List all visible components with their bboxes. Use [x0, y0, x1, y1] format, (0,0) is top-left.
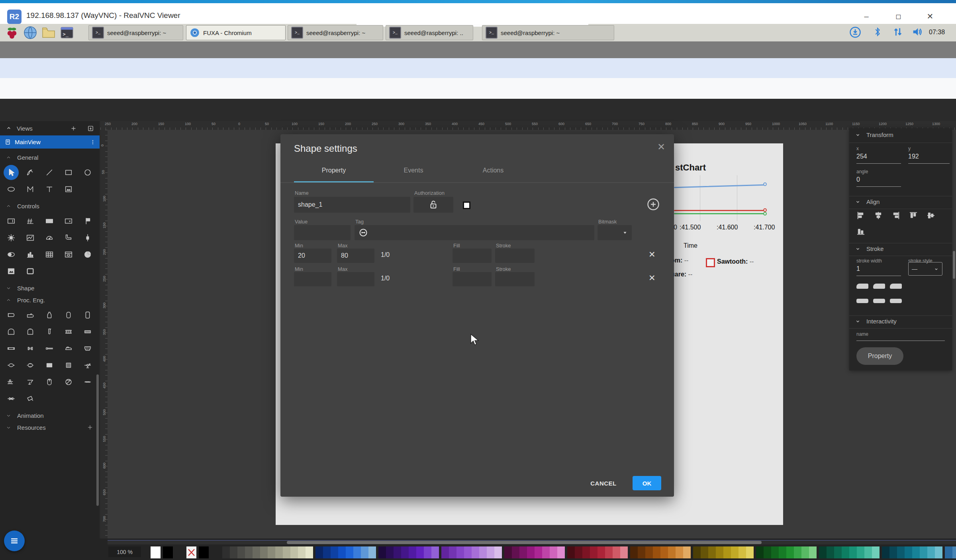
align-section-header[interactable]: Align [855, 198, 880, 205]
cap-square-button[interactable] [890, 299, 902, 303]
vnc-close-button[interactable]: ✕ [924, 10, 936, 22]
color-swatch[interactable] [237, 546, 245, 558]
tool-funnel-icon[interactable] [21, 374, 40, 390]
color-swatch[interactable] [424, 546, 431, 558]
transform-section-header[interactable]: Transform [855, 131, 893, 138]
current-colors-swatch-alt[interactable] [163, 546, 173, 558]
angle-input[interactable]: 0 [856, 176, 860, 183]
color-swatch[interactable] [809, 546, 817, 558]
section-header-general[interactable]: General [0, 151, 100, 163]
color-swatch[interactable] [222, 546, 230, 558]
tool-heat-exchanger-icon[interactable] [59, 323, 78, 340]
color-swatch[interactable] [693, 546, 701, 558]
color-swatch[interactable] [557, 546, 565, 558]
color-swatch[interactable] [253, 546, 260, 558]
tool-switch-icon[interactable] [2, 246, 21, 263]
color-swatch[interactable] [338, 546, 346, 558]
tool-image-icon[interactable] [59, 181, 78, 198]
tool-line-chart-icon[interactable] [21, 229, 40, 246]
min-input[interactable]: 20 [294, 249, 331, 263]
tool-vertical-tank-icon[interactable] [59, 307, 78, 323]
color-swatch[interactable] [834, 546, 842, 558]
section-header-shape[interactable]: Shape [0, 282, 100, 294]
file-manager-icon[interactable] [41, 25, 56, 40]
color-swatch[interactable] [575, 546, 582, 558]
editor-menu-button[interactable] [4, 531, 25, 551]
color-swatch[interactable] [857, 546, 864, 558]
fill-input[interactable] [453, 272, 492, 286]
tool-grid-filter-icon[interactable] [59, 357, 78, 374]
import-view-icon[interactable] [87, 125, 94, 132]
color-swatch[interactable] [504, 546, 512, 558]
stroke-input[interactable] [495, 249, 535, 263]
ok-button[interactable]: OK [633, 476, 661, 490]
tool-bezier-icon[interactable] [21, 181, 40, 198]
color-swatch[interactable] [230, 546, 237, 558]
color-swatch[interactable] [912, 546, 920, 558]
color-swatch[interactable] [519, 546, 527, 558]
color-swatch[interactable] [723, 546, 731, 558]
color-swatch[interactable] [794, 546, 801, 558]
link-tag-icon[interactable] [358, 228, 368, 237]
updates-icon[interactable] [849, 26, 861, 38]
no-color-swatch-alt[interactable] [199, 546, 209, 558]
tool-pie-icon[interactable] [78, 246, 97, 263]
left-panel-scrollbar[interactable] [96, 374, 99, 506]
no-color-swatch[interactable] [186, 546, 196, 558]
network-arrows-icon[interactable] [892, 26, 903, 37]
color-swatch[interactable] [441, 546, 449, 558]
vnc-minimize-button[interactable]: – [860, 10, 872, 22]
color-swatch[interactable] [361, 546, 368, 558]
color-swatch[interactable] [479, 546, 487, 558]
color-swatch[interactable] [283, 546, 290, 558]
taskbar-window-chromium[interactable]: FUXA - Chromium [186, 25, 286, 40]
tool-text-icon[interactable] [40, 181, 59, 198]
taskbar-window-terminal-4[interactable]: >_seeed@raspberrypi: ~ [482, 25, 614, 40]
x-input[interactable]: 254 [856, 153, 867, 160]
tool-pipe-vertical-icon[interactable] [40, 323, 59, 340]
color-swatch[interactable] [487, 546, 494, 558]
tool-ellipse-icon[interactable] [2, 181, 21, 198]
color-swatch[interactable] [245, 546, 253, 558]
color-swatch[interactable] [683, 546, 691, 558]
color-swatch[interactable] [582, 546, 590, 558]
tool-membrane-icon[interactable] [40, 357, 59, 374]
join-bevel-button[interactable] [890, 284, 902, 289]
tool-rectangle-icon[interactable] [59, 164, 78, 181]
color-swatch[interactable] [827, 546, 834, 558]
color-swatch[interactable] [779, 546, 786, 558]
color-swatch[interactable] [268, 546, 275, 558]
max-input[interactable]: 80 [337, 249, 374, 263]
tool-angled-box-icon[interactable] [21, 390, 40, 407]
interactivity-section-header[interactable]: Interactivity [855, 318, 897, 325]
add-view-icon[interactable] [70, 125, 77, 132]
taskbar-window-terminal-3[interactable]: >_seeed@raspberrypi: .. [386, 25, 473, 40]
add-resource-icon[interactable] [87, 424, 93, 431]
color-swatch[interactable] [275, 546, 283, 558]
color-swatch[interactable] [882, 546, 889, 558]
color-swatch[interactable] [620, 546, 628, 558]
color-swatch[interactable] [653, 546, 660, 558]
align-top-icon[interactable] [909, 211, 921, 221]
bluetooth-icon[interactable] [873, 26, 882, 37]
color-swatch[interactable] [431, 546, 439, 558]
tool-bar-chart-icon[interactable] [21, 246, 40, 263]
section-header-controls[interactable]: Controls [0, 200, 100, 212]
align-right-icon[interactable] [891, 211, 903, 221]
tool-inline-valve-icon[interactable] [2, 390, 21, 407]
color-swatch[interactable] [630, 546, 638, 558]
color-swatch[interactable] [331, 546, 338, 558]
tool-slider-icon[interactable] [78, 229, 97, 246]
tool-output-value-icon[interactable] [2, 213, 21, 229]
color-swatch[interactable] [660, 546, 668, 558]
align-left-icon[interactable] [856, 211, 868, 221]
color-swatch[interactable] [416, 546, 424, 558]
fill-input[interactable] [453, 249, 492, 263]
tool-agitator-vessel-icon[interactable] [40, 374, 59, 390]
join-miter-button[interactable] [856, 284, 868, 289]
color-swatch[interactable] [353, 546, 361, 558]
stroke-style-select[interactable]: — [908, 262, 942, 276]
color-swatch[interactable] [786, 546, 794, 558]
color-swatch[interactable] [746, 546, 754, 558]
tool-three-way-valve-icon[interactable] [78, 357, 97, 374]
